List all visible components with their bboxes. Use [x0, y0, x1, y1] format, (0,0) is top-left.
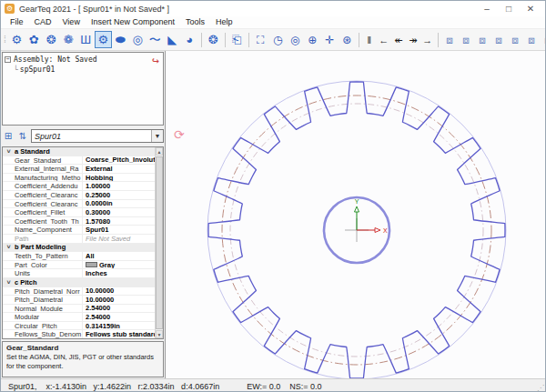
property-row[interactable]: Coefficient_Tooth_Th1.57080: [3, 217, 155, 226]
property-row[interactable]: Normal_Module2.54000: [3, 305, 155, 314]
property-value[interactable]: Inches: [83, 269, 155, 277]
step-back-icon[interactable]: ←: [377, 31, 391, 48]
property-row[interactable]: Name_ComponentSpur01: [3, 226, 155, 235]
zoom-previous-icon[interactable]: ◷: [269, 31, 287, 48]
tree-collapse-icon[interactable]: −: [5, 56, 11, 63]
scroll-down-icon[interactable]: ▼: [156, 330, 163, 338]
property-value[interactable]: 0.30000: [83, 208, 155, 216]
rotate-view-icon[interactable]: ⊕: [304, 31, 321, 48]
property-value[interactable]: 10.00000: [83, 296, 155, 304]
collapse-icon[interactable]: ˅: [3, 244, 15, 250]
property-row[interactable]: Teeth_To_PatternAll: [3, 252, 155, 261]
menu-view[interactable]: View: [57, 16, 86, 28]
scroll-up-icon[interactable]: ▲: [156, 147, 163, 156]
property-value[interactable]: Gray: [83, 261, 155, 269]
orbit-icon[interactable]: ⊛: [339, 31, 356, 48]
property-row[interactable]: Pitch_Diametral_Norr10.00000: [3, 287, 155, 297]
property-row[interactable]: Coefficient_Clearanc0.0000in: [3, 200, 155, 209]
property-row[interactable]: Manufacturing_MethoHobbing: [3, 174, 155, 183]
property-row[interactable]: UnitsInches: [3, 269, 155, 278]
menu-file[interactable]: File: [5, 16, 29, 28]
property-value[interactable]: 0.0000in: [83, 200, 155, 208]
update-assembly-icon[interactable]: ↪: [152, 54, 159, 67]
property-value[interactable]: File Not Saved: [83, 235, 155, 243]
tree-root-assembly[interactable]: − Assembly: Not Saved: [5, 55, 161, 64]
minimize-button[interactable]: –: [476, 2, 498, 15]
sort-alpha-icon[interactable]: ⇅: [16, 130, 29, 143]
internal-gear-icon[interactable]: ❂: [43, 31, 60, 48]
worm-shaft-icon[interactable]: 〜: [147, 31, 164, 48]
property-value[interactable]: Fellows stub standard: [83, 330, 155, 338]
zoom-fit-icon[interactable]: ⛶: [252, 31, 269, 48]
component-combobox[interactable]: Spur01 ▼: [31, 129, 164, 143]
tree-item-spur01[interactable]: └ spSpur01: [14, 65, 161, 74]
scrollbar-thumb[interactable]: [156, 156, 163, 329]
close-button[interactable]: ✕: [520, 2, 541, 15]
property-value[interactable]: 0.314159in: [83, 322, 155, 330]
bevel-gear-icon[interactable]: ◣: [164, 31, 181, 48]
property-row[interactable]: Pitch_Diametral10.00000: [3, 296, 155, 305]
menu-cad[interactable]: CAD: [29, 16, 57, 28]
category-row[interactable]: ˅c Pitch: [3, 278, 155, 287]
property-row[interactable]: Gear_StandardCoarse_Pitch_Involute_: [3, 156, 155, 166]
property-value[interactable]: External: [83, 165, 155, 173]
property-value[interactable]: 10.00000: [83, 287, 155, 296]
fast-back-icon[interactable]: ↞: [391, 31, 406, 48]
categorize-icon[interactable]: ⊞: [2, 130, 15, 143]
property-value[interactable]: 0.25000: [83, 191, 155, 199]
property-row[interactable]: Coefficient_Clearanc0.25000: [3, 191, 155, 200]
collapse-icon[interactable]: ˅: [3, 148, 15, 155]
helical-gear-icon[interactable]: ✿: [25, 31, 43, 48]
step-forward-icon[interactable]: →: [420, 31, 435, 48]
property-value[interactable]: Hobbing: [83, 174, 155, 182]
property-row[interactable]: Coefficient_Fillet0.30000: [3, 208, 155, 217]
chevron-down-icon[interactable]: ▼: [151, 130, 163, 142]
worm-gear-icon[interactable]: ⚙: [95, 31, 112, 48]
regenerate-icon[interactable]: ⟳: [174, 127, 185, 142]
menu-tools[interactable]: Tools: [180, 16, 210, 28]
property-grid-scrollbar[interactable]: ▲ ▼: [155, 147, 163, 338]
ring-gear-icon[interactable]: ◎: [129, 31, 147, 48]
spur-gear-icon[interactable]: ⚙: [8, 31, 25, 48]
pause-icon[interactable]: ‖: [362, 31, 377, 48]
view-front-cube-icon[interactable]: ⧈: [441, 31, 458, 48]
menu-help[interactable]: Help: [210, 16, 238, 28]
maximize-button[interactable]: □: [498, 2, 520, 15]
property-value[interactable]: 2.54000: [83, 313, 155, 321]
property-row[interactable]: Coefficient_Addendu1.00000: [3, 182, 155, 191]
property-row[interactable]: Fellows_Stub_DenomFellows stub standard: [3, 330, 155, 338]
property-value[interactable]: 1.57080: [83, 217, 155, 226]
export-to-cad-icon[interactable]: ⎗: [228, 31, 246, 48]
resize-grip[interactable]: ⋰: [537, 384, 544, 392]
menu-insert-new-component[interactable]: Insert New Component: [86, 16, 180, 28]
pan-icon[interactable]: ✛: [321, 31, 339, 48]
category-row[interactable]: ˅b Part Modeling: [3, 244, 155, 253]
category-row[interactable]: ˅a Standard: [3, 147, 155, 156]
collapse-icon[interactable]: ˅: [3, 279, 15, 286]
zoom-selected-icon[interactable]: ◎: [287, 31, 304, 48]
gear-sphere-icon[interactable]: ❂: [205, 31, 222, 48]
property-row[interactable]: Circular_Pitch0.314159in: [3, 322, 155, 331]
property-row[interactable]: Modular2.54000: [3, 313, 155, 322]
rack-icon[interactable]: Ш: [77, 31, 95, 48]
view-back-cube-icon[interactable]: ⧈: [458, 31, 474, 48]
view-right-cube-icon[interactable]: ⧈: [490, 31, 507, 48]
property-row[interactable]: Part_ColorGray: [3, 261, 155, 270]
view-isometric-cube-icon[interactable]: ⧈: [540, 31, 545, 48]
fast-forward-icon[interactable]: ↠: [406, 31, 420, 48]
property-value[interactable]: 1.00000: [83, 182, 155, 190]
property-value[interactable]: 2.54000: [83, 305, 155, 313]
sprocket-icon[interactable]: ◕: [181, 31, 198, 48]
cylinder-icon[interactable]: ⬬: [112, 31, 129, 48]
property-value[interactable]: All: [83, 252, 155, 260]
view-top-cube-icon[interactable]: ⧈: [507, 31, 523, 48]
property-value[interactable]: Coarse_Pitch_Involute_: [83, 156, 155, 165]
drawing-area[interactable]: YX ⟳: [166, 51, 545, 378]
view-left-cube-icon[interactable]: ⧈: [474, 31, 490, 48]
property-value[interactable]: Spur01: [83, 226, 155, 234]
property-row[interactable]: External_Internal_RaExternal: [3, 165, 155, 174]
property-row[interactable]: PathFile Not Saved: [3, 235, 155, 244]
view-bottom-cube-icon[interactable]: ⧈: [523, 31, 540, 48]
toolbar-drag-handle[interactable]: ⁞: [2, 35, 8, 45]
gear-set-icon[interactable]: ❁: [60, 31, 77, 48]
